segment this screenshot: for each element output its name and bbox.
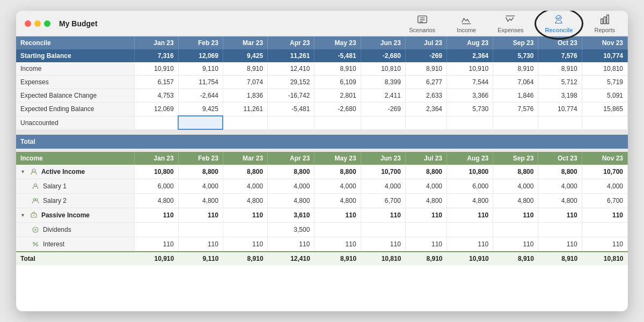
salary1-row: Salary 1 6,000 4,000 4,000 4,000 4,000 4… [16,179,628,194]
expenses-reconcile-label: Expenses [16,76,134,89]
salary2-label: Salary 2 [16,194,134,208]
col-sep23: Sep 23 [493,36,538,49]
income-col-sep: Sep 23 [493,152,538,165]
window-title: My Budget [59,19,405,28]
reconcile-table: Reconcile Jan 23 Feb 23 Mar 23 Apr 23 Ma… [16,36,628,265]
total-label: Total [16,135,628,149]
interest-icon [31,240,40,248]
reconcile-icon [553,14,565,26]
interest-row: Interest 110 110 110 110 110 110 110 110… [16,237,628,252]
main-content: Reconcile Jan 23 Feb 23 Mar 23 Apr 23 Ma… [16,36,628,311]
spacer-row [16,129,628,135]
income-col-feb: Feb 23 [178,152,223,165]
income-col-jul: Jul 23 [405,152,447,165]
expected-ending-balance-row: Expected Ending Balance 12,069 9,425 11,… [16,103,628,116]
minimize-button[interactable] [34,20,41,27]
income-total-row: Total 10,910 9,110 8,910 12,410 8,910 10… [16,252,628,265]
toolbar: Scenarios Income Expenses [405,12,619,35]
income-col-aug: Aug 23 [447,152,493,165]
reports-icon [599,14,611,26]
income-col-apr: Apr 23 [268,152,314,165]
col-mar23: Mar 23 [223,36,267,49]
titlebar: My Budget Scenarios Income [16,11,628,36]
scenarios-button[interactable]: Scenarios [405,12,440,35]
starting-feb[interactable]: 12,069 [178,49,223,62]
total-section-row: Total [16,135,628,149]
collapse-arrow-active[interactable]: ▼ [20,169,25,174]
svg-point-20 [36,245,38,246]
col-may23: May 23 [314,36,361,49]
svg-rect-9 [601,19,603,24]
income-reconcile-label: Income [16,62,134,76]
svg-point-19 [33,243,35,244]
col-jun23: Jun 23 [361,36,405,49]
dividends-label: Dividends [16,223,134,237]
unaccounted-label: Unaccounted [16,116,134,129]
starting-may[interactable]: -5,481 [314,49,361,62]
active-income-icon [30,167,38,176]
income-col-mar: Mar 23 [223,152,267,165]
expected-balance-change-row: Expected Balance Change 4,753 -2,644 1,8… [16,89,628,103]
traffic-lights [25,20,50,27]
expenses-button[interactable]: Expenses [493,12,528,35]
unaccounted-row: Unaccounted [16,116,628,129]
reports-button[interactable]: Reports [590,12,619,35]
svg-rect-10 [604,17,606,24]
svg-rect-11 [606,14,609,24]
reconcile-button[interactable]: Reconcile [541,12,577,35]
maximize-button[interactable] [44,20,50,27]
passive-income-icon [30,211,38,219]
income-reconcile-row: Income 10,910 9,110 8,910 12,410 8,910 1… [16,62,628,76]
salary2-icon [31,196,40,205]
col-feb23: Feb 23 [178,36,223,49]
col-aug23: Aug 23 [447,36,493,49]
starting-sep[interactable]: 5,730 [493,49,538,62]
starting-balance-row: Starting Balance 7,316 12,069 9,425 11,2… [16,49,628,62]
col-jul23: Jul 23 [405,36,447,49]
expenses-icon [504,14,516,26]
starting-aug[interactable]: 2,364 [447,49,493,62]
income-col-nov: Nov 23 [582,152,627,165]
starting-apr[interactable]: 11,261 [268,49,314,62]
interest-label: Interest [16,237,134,252]
starting-jan[interactable]: 7,316 [134,49,178,62]
starting-mar[interactable]: 9,425 [223,49,267,62]
svg-point-15 [35,199,38,201]
svg-point-6 [557,15,561,20]
col-nov23: Nov 23 [582,36,627,49]
salary1-label: Salary 1 [16,179,134,194]
close-button[interactable] [25,20,31,27]
active-income-row: ▼ Active Income 10,800 8,800 8 [16,165,628,179]
income-section-label: Income [16,152,134,165]
starting-oct[interactable]: 7,576 [538,49,582,62]
income-col-jan: Jan 23 [134,152,178,165]
expected-balance-change-label: Expected Balance Change [16,89,134,103]
salary1-icon [31,182,40,191]
expected-ending-balance-label: Expected Ending Balance [16,103,134,116]
dividends-row: Dividends 3,500 [16,223,628,237]
starting-jul[interactable]: -269 [405,49,447,62]
expenses-reconcile-row: Expenses 6,157 11,754 7,074 29,152 6,109… [16,76,628,89]
scenarios-icon [416,14,428,26]
income-col-oct: Oct 23 [538,152,582,165]
income-header-row: Income Jan 23 Feb 23 Mar 23 Apr 23 May 2… [16,152,628,165]
starting-nov[interactable]: 10,774 [582,49,627,62]
starting-jun[interactable]: -2,680 [361,49,405,62]
active-income-label: ▼ Active Income [16,165,134,179]
income-button[interactable]: Income [452,12,480,35]
passive-income-label: ▼ Passive Income [16,208,134,223]
income-col-jun: Jun 23 [361,152,405,165]
income-col-may: May 23 [314,152,361,165]
income-icon [460,14,472,26]
app-window: My Budget Scenarios Income [16,11,628,311]
passive-income-row: ▼ Passive Income 110 [16,208,628,223]
dividends-icon [31,225,40,234]
col-jan23: Jan 23 [134,36,178,49]
svg-point-17 [33,215,34,216]
reconcile-header-row: Reconcile Jan 23 Feb 23 Mar 23 Apr 23 Ma… [16,36,628,49]
salary2-row: Salary 2 4,800 4,800 4,800 4,800 4,800 6… [16,194,628,208]
collapse-arrow-passive[interactable]: ▼ [20,213,25,218]
starting-balance-label: Starting Balance [16,49,134,62]
income-total-label: Total [16,252,134,265]
reconcile-label-header: Reconcile [16,36,134,49]
